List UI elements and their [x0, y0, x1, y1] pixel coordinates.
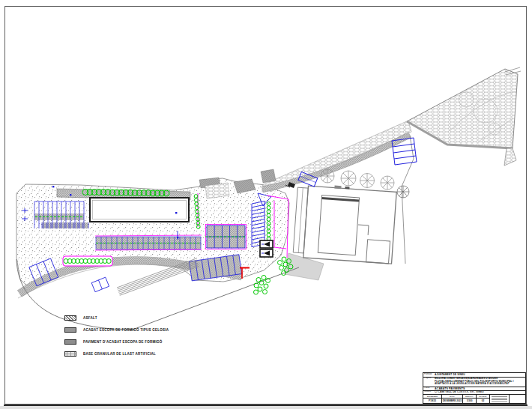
- location-value: C/ CAMÍ VELL DE COSTITX, s/n - SINEU: [435, 391, 485, 395]
- legend-swatch-asfalt: [64, 315, 76, 321]
- legend-swatch-base-granular: [64, 351, 76, 357]
- lattice-triangle-area: [407, 67, 521, 166]
- planter-hedge: [63, 256, 112, 266]
- legend-item-base-granular: BASE GRANULAR DE LLAST ARTIFICIAL: [64, 348, 169, 360]
- legend-label: ACABAT ESCOPA DE FORMIGÓ TIPUS GELOSIA: [83, 328, 169, 332]
- promoter-value: AJUNTAMENT DE SINEU: [435, 373, 466, 377]
- window-edge-strip: [0, 406, 532, 409]
- legend-item-paviment-formigo: PAVIMENT D'ACABAT ESCOPA DE FORMIGÓ: [64, 336, 169, 348]
- existing-building: [293, 183, 397, 264]
- legend-swatch-formigo-gelosia: [64, 327, 76, 333]
- field-planol-value: 02: [477, 399, 489, 404]
- title-block-fields-row: EXPEDIENT P19/23 DATA DESEMBRE 2023 ESCA…: [423, 395, 525, 404]
- legend-label: ASFALT: [83, 316, 97, 320]
- pavement-legend: ASFALT ACABAT ESCOPA DE FORMIGÓ TIPUS GE…: [64, 312, 169, 360]
- title-block-project-row: Projecte MILLORA ZONES VERDES/ENJARDINAD…: [423, 378, 525, 387]
- empty-cell: [510, 395, 525, 404]
- legend-item-asfalt: ASFALT: [64, 312, 169, 324]
- field-planol: PLÀNOL 02: [477, 395, 490, 404]
- legend-swatch-paviment-formigo: [64, 339, 76, 345]
- legend-item-formigo-gelosia: ACABAT ESCOPA DE FORMIGÓ TIPUS GELOSIA: [64, 324, 169, 336]
- signature-lines: [490, 395, 509, 404]
- title-block: Promotor AJUNTAMENT DE SINEU Projecte MI…: [423, 372, 526, 404]
- parking-strip-central: [95, 235, 202, 250]
- drawing-sheet: ASFALT ACABAT ESCOPA DE FORMIGÓ TIPUS GE…: [0, 0, 532, 409]
- field-expedient: EXPEDIENT P19/23: [423, 395, 442, 404]
- parking-cluster-plaza: [205, 225, 247, 249]
- promoter-label: Promotor: [423, 373, 435, 377]
- field-escala: ESCALA 1/300: [463, 395, 477, 404]
- plan-label: Plànol: [423, 387, 435, 390]
- legend-label: BASE GRANULAR DE LLAST ARTIFICIAL: [83, 352, 156, 356]
- project-label: Projecte: [423, 378, 435, 387]
- right-boundary-line: [402, 136, 414, 264]
- project-value: MILLORA ZONES VERDES/ENJARDINADES D'AIGÜ…: [435, 378, 525, 387]
- signature-cell: [490, 395, 510, 404]
- legend-label: PAVIMENT D'ACABAT ESCOPA DE FORMIGÓ: [83, 340, 163, 344]
- location-label: Situació: [423, 391, 435, 395]
- field-data: DATA DESEMBRE 2023: [442, 395, 463, 404]
- field-expedient-value: P19/23: [423, 399, 441, 404]
- pool-court: [90, 198, 189, 222]
- field-escala-value: 1/300: [463, 399, 476, 404]
- field-data-value: DESEMBRE 2023: [442, 399, 462, 404]
- plan-title: ACABATS PAVIMENTS: [435, 387, 465, 390]
